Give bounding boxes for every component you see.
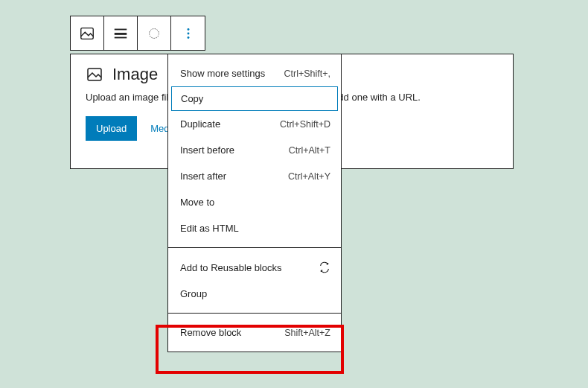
toolbar-more-options[interactable] xyxy=(171,16,205,50)
menu-insert-after[interactable]: Insert after Ctrl+Alt+Y xyxy=(168,163,341,189)
svg-point-6 xyxy=(187,32,189,34)
image-type-icon xyxy=(79,25,95,42)
image-icon xyxy=(86,66,103,83)
menu-shortcut: Ctrl+Shift+, xyxy=(284,69,330,79)
menu-shortcut: Ctrl+Alt+T xyxy=(289,145,330,156)
menu-label: Add to Reusable blocks xyxy=(180,262,282,273)
menu-remove-block[interactable]: Remove block Shift+Alt+Z xyxy=(168,319,341,346)
menu-label: Insert before xyxy=(180,144,234,156)
menu-label: Show more settings xyxy=(180,68,265,79)
block-title: Image xyxy=(112,65,158,84)
menu-duplicate[interactable]: Duplicate Ctrl+Shift+D xyxy=(168,111,341,137)
more-options-menu: Show more settings Ctrl+Shift+, Copy Dup… xyxy=(167,54,342,352)
menu-edit-as-html[interactable]: Edit as HTML xyxy=(168,215,341,241)
svg-point-4 xyxy=(150,28,159,38)
reusable-icon xyxy=(319,261,330,273)
menu-group-3: Remove block Shift+Alt+Z xyxy=(168,314,341,352)
align-icon xyxy=(112,25,129,42)
menu-label: Edit as HTML xyxy=(180,223,239,234)
menu-label: Copy xyxy=(181,93,203,104)
upload-button[interactable]: Upload xyxy=(86,116,137,141)
toolbar-image-type[interactable] xyxy=(71,16,104,50)
svg-rect-2 xyxy=(115,33,127,35)
svg-rect-3 xyxy=(115,36,127,38)
menu-insert-before[interactable]: Insert before Ctrl+Alt+T xyxy=(168,137,341,163)
menu-shortcut: Ctrl+Alt+Y xyxy=(288,171,330,182)
menu-label: Duplicate xyxy=(180,118,220,130)
menu-label: Insert after xyxy=(180,171,226,182)
svg-rect-1 xyxy=(115,28,127,30)
crop-icon xyxy=(146,25,162,42)
toolbar-align[interactable] xyxy=(104,16,138,50)
menu-move-to[interactable]: Move to xyxy=(168,189,341,215)
toolbar-crop[interactable] xyxy=(138,16,171,50)
menu-shortcut: Ctrl+Shift+D xyxy=(280,119,330,130)
menu-group-2: Add to Reusable blocks Group xyxy=(168,248,341,313)
menu-group-action[interactable]: Group xyxy=(168,281,341,307)
menu-label: Group xyxy=(180,288,207,299)
svg-point-5 xyxy=(187,28,189,31)
menu-group-1: Show more settings Ctrl+Shift+, Copy Dup… xyxy=(168,54,341,247)
menu-show-more-settings[interactable]: Show more settings Ctrl+Shift+, xyxy=(168,60,341,86)
menu-shortcut: Shift+Alt+Z xyxy=(284,328,330,338)
menu-label: Remove block xyxy=(180,327,241,338)
svg-point-7 xyxy=(187,36,189,39)
menu-add-to-reusable[interactable]: Add to Reusable blocks xyxy=(168,254,341,281)
menu-copy[interactable]: Copy xyxy=(171,86,338,111)
block-toolbar xyxy=(70,16,205,51)
more-options-icon xyxy=(180,25,196,42)
menu-label: Move to xyxy=(180,197,214,208)
